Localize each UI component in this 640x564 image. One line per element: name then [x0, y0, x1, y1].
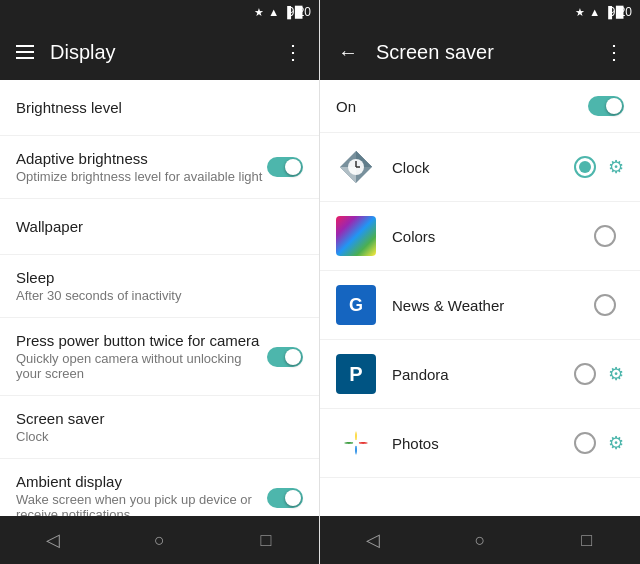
left-toolbar: Display ⋮ — [0, 24, 319, 80]
adaptive-brightness-title: Adaptive brightness — [16, 150, 267, 167]
right-status-bar: ★ ▲ ▐ ▉ 9:20 — [320, 0, 640, 24]
menu-button[interactable] — [16, 45, 34, 59]
left-toolbar-title: Display — [50, 41, 267, 64]
clock-saver-controls: ⚙ — [574, 156, 624, 178]
right-panel: ★ ▲ ▐ ▉ 9:20 ← Screen saver ⋮ On — [320, 0, 640, 564]
left-bottom-nav: ◁ ○ □ — [0, 516, 319, 564]
right-more-button[interactable]: ⋮ — [604, 42, 624, 62]
ambient-display-item[interactable]: Ambient display Wake screen when you pic… — [0, 459, 319, 516]
right-recents-button[interactable]: □ — [567, 520, 607, 560]
brightness-level-title: Brightness level — [16, 99, 303, 116]
svg-point-8 — [353, 440, 359, 446]
ambient-display-title: Ambient display — [16, 473, 267, 490]
press-power-item[interactable]: Press power button twice for camera Quic… — [0, 318, 319, 396]
photos-radio-button[interactable] — [574, 432, 596, 454]
screen-saver-on-row: On — [320, 80, 640, 133]
adaptive-brightness-item[interactable]: Adaptive brightness Optimize brightness … — [0, 136, 319, 199]
pandora-saver-icon: P — [336, 354, 376, 394]
news-radio-button[interactable] — [594, 294, 616, 316]
news-saver-title: News & Weather — [392, 297, 594, 314]
ambient-display-toggle[interactable] — [267, 488, 303, 508]
photos-gear-icon[interactable]: ⚙ — [608, 432, 624, 454]
right-time: 9:20 — [609, 5, 632, 19]
pandora-saver-controls: ⚙ — [574, 363, 624, 385]
back-button[interactable]: ◁ — [33, 520, 73, 560]
press-power-subtitle: Quickly open camera without unlocking yo… — [16, 351, 267, 381]
photos-saver-item[interactable]: Photos ⚙ — [320, 409, 640, 478]
colors-radio-button[interactable] — [594, 225, 616, 247]
sleep-title: Sleep — [16, 269, 303, 286]
ambient-display-subtitle: Wake screen when you pick up device or r… — [16, 492, 267, 516]
news-saver-controls — [594, 294, 624, 316]
screen-saver-on-label: On — [336, 98, 356, 115]
colors-saver-icon — [336, 216, 376, 256]
right-bottom-nav: ◁ ○ □ — [320, 516, 640, 564]
colors-saver-item[interactable]: Colors — [320, 202, 640, 271]
right-toolbar: ← Screen saver ⋮ — [320, 24, 640, 80]
photos-saver-icon — [336, 423, 376, 463]
wallpaper-title: Wallpaper — [16, 218, 303, 235]
screen-saver-toggle[interactable] — [588, 96, 624, 116]
brightness-level-item[interactable]: Brightness level — [0, 80, 319, 136]
adaptive-brightness-subtitle: Optimize brightness level for available … — [16, 169, 267, 184]
clock-gear-icon[interactable]: ⚙ — [608, 156, 624, 178]
press-power-title: Press power button twice for camera — [16, 332, 267, 349]
clock-saver-item[interactable]: Clock ⚙ — [320, 133, 640, 202]
left-time: 9:20 — [288, 5, 311, 19]
news-saver-icon: G — [336, 285, 376, 325]
recents-button[interactable]: □ — [246, 520, 286, 560]
left-status-bar: ★ ▲ ▐ ▉ 9:20 — [0, 0, 319, 24]
pandora-saver-item[interactable]: P Pandora ⚙ — [320, 340, 640, 409]
screen-saver-title: Screen saver — [16, 410, 303, 427]
wifi-icon: ▲ — [268, 6, 279, 18]
pandora-saver-title: Pandora — [392, 366, 574, 383]
photos-saver-controls: ⚙ — [574, 432, 624, 454]
adaptive-brightness-toggle[interactable] — [267, 157, 303, 177]
right-home-button[interactable]: ○ — [460, 520, 500, 560]
colors-saver-controls — [594, 225, 624, 247]
press-power-toggle[interactable] — [267, 347, 303, 367]
clock-saver-icon — [336, 147, 376, 187]
sleep-item[interactable]: Sleep After 30 seconds of inactivity — [0, 255, 319, 318]
sleep-subtitle: After 30 seconds of inactivity — [16, 288, 303, 303]
screen-saver-item[interactable]: Screen saver Clock — [0, 396, 319, 459]
saver-options-list: Clock ⚙ Colors G News & Weather P Pand — [320, 133, 640, 516]
clock-radio-button[interactable] — [574, 156, 596, 178]
colors-saver-title: Colors — [392, 228, 594, 245]
left-more-button[interactable]: ⋮ — [283, 42, 303, 62]
photos-saver-title: Photos — [392, 435, 574, 452]
news-saver-item[interactable]: G News & Weather — [320, 271, 640, 340]
pandora-radio-button[interactable] — [574, 363, 596, 385]
wallpaper-item[interactable]: Wallpaper — [0, 199, 319, 255]
back-arrow-button[interactable]: ← — [336, 40, 360, 64]
screen-saver-subtitle: Clock — [16, 429, 303, 444]
left-panel: ★ ▲ ▐ ▉ 9:20 Display ⋮ Brightness level … — [0, 0, 320, 564]
right-wifi-icon: ▲ — [589, 6, 600, 18]
bluetooth-icon: ★ — [254, 6, 264, 19]
settings-list: Brightness level Adaptive brightness Opt… — [0, 80, 319, 516]
clock-saver-title: Clock — [392, 159, 574, 176]
home-button[interactable]: ○ — [139, 520, 179, 560]
right-toolbar-title: Screen saver — [376, 41, 588, 64]
pandora-gear-icon[interactable]: ⚙ — [608, 363, 624, 385]
right-bluetooth-icon: ★ — [575, 6, 585, 19]
right-back-button[interactable]: ◁ — [353, 520, 393, 560]
